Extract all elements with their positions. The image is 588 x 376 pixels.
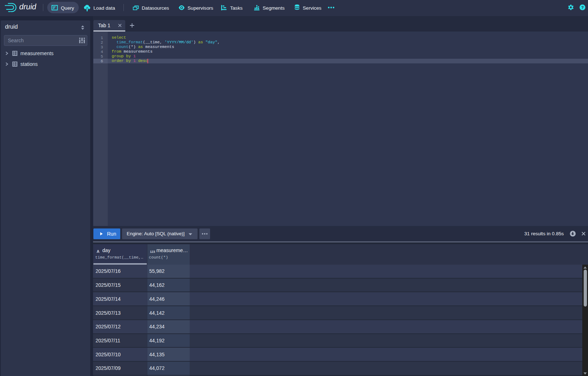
svg-text:?: ? <box>581 5 584 10</box>
